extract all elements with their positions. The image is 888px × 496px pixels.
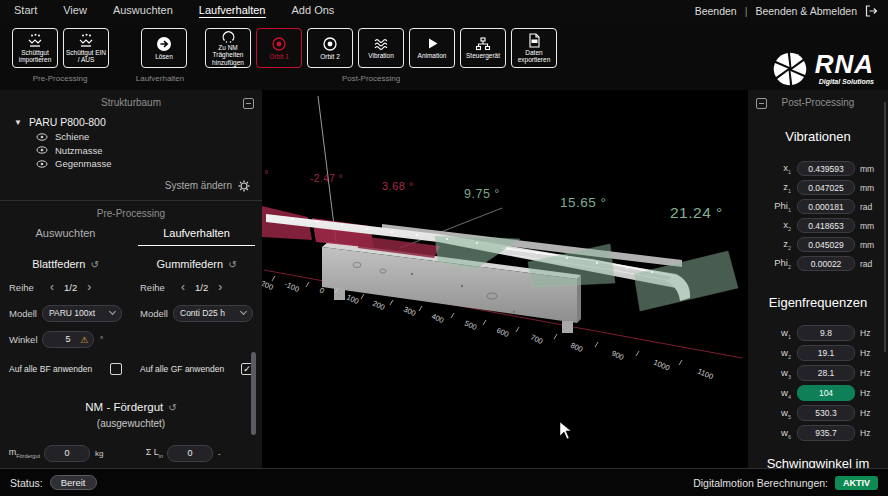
tree-expander-icon[interactable]: ▼ [14, 118, 22, 127]
release-arrow-icon [156, 36, 172, 52]
vibration-row: Phi1 0.000181 rad [748, 199, 888, 214]
beenden-link[interactable]: Beenden [695, 5, 737, 17]
eigenfrequenzen-rows: w1 9.8 Hz w2 19.1 Hz w3 28.1 Hz w4 104 H… [748, 325, 888, 441]
orbit-2-button[interactable]: Orbit 2 [307, 28, 353, 68]
strukturbaum-title: Strukturbaum [0, 90, 262, 108]
status-bar: Status: Bereit Digitalmotion Berechnunge… [0, 468, 888, 496]
axis-label: 900 [610, 349, 625, 362]
collapse-left-panel-icon[interactable] [243, 98, 254, 109]
system-aendern-button[interactable]: System ändern [0, 180, 262, 192]
eye-icon[interactable] [36, 133, 48, 141]
blattfedern-title: Blattfedern↺ [9, 258, 122, 270]
collapse-right-panel-icon[interactable] [756, 98, 767, 109]
axis-label: 1100 [696, 367, 714, 382]
rna-aperture-icon [771, 50, 809, 88]
status-label: Status: [10, 477, 43, 489]
phi2-value-field[interactable]: 0.00022 [797, 256, 855, 271]
eigenfrequenzen-heading: Eigenfrequenzen [748, 295, 888, 310]
w6-value-field[interactable]: 935.7 [797, 425, 855, 441]
eye-icon[interactable] [36, 160, 48, 168]
add-inertia-icon [221, 30, 236, 43]
gear-icon[interactable] [238, 180, 250, 192]
schuettgut-importieren-button[interactable]: Schüttgut importieren [12, 28, 58, 68]
axis-label: 700 [529, 333, 544, 346]
menu-item-auswuchten[interactable]: Auswuchten [113, 4, 173, 18]
viewport-3d[interactable]: 8 ° -2.47 ° 3.68 ° 9.75 ° 15.65 ° 21.24 … [262, 90, 748, 468]
tree-item-schiene[interactable]: Schiene [36, 130, 262, 144]
w4-value-field-highlighted[interactable]: 104 [797, 385, 855, 401]
vibration-button[interactable]: Vibration [358, 28, 404, 68]
tree-item-gegenmasse[interactable]: Gegenmasse [36, 157, 262, 171]
gummifedern-modell-select[interactable]: Conti D25 h [173, 305, 253, 322]
panel-divider [0, 200, 262, 201]
vibration-row: x2 0.418653 mm [748, 218, 888, 233]
digitalmotion-label: Digitalmotion Berechnungen: [693, 477, 828, 489]
w3-value-field[interactable]: 28.1 [797, 365, 855, 381]
tree-item-nutzmasse[interactable]: Nutzmasse [36, 144, 262, 158]
orbit-1-button[interactable]: Orbit 1 [256, 28, 302, 68]
menu-item-laufverhalten[interactable]: Laufverhalten [199, 4, 266, 18]
logout-icon[interactable] [865, 5, 878, 17]
gummifedern-column: Gummifedern↺ Reihe ‹ 1/2 › Modell Conti … [131, 258, 262, 375]
axis-label: 300 [402, 305, 417, 318]
loesen-button[interactable]: Lösen [141, 28, 187, 68]
eigenfrequenz-row-selected: w4 104 Hz [748, 385, 888, 401]
group-caption-pre-processing: Pre-Processing [10, 74, 110, 83]
nm-subtitle: (ausgewuchtet) [0, 418, 262, 429]
steuergeraet-button[interactable]: Steuergerät [460, 28, 506, 68]
x2-value-field[interactable]: 0.418653 [797, 218, 855, 233]
mouse-cursor [560, 422, 571, 439]
w1-value-field[interactable]: 9.8 [797, 325, 855, 341]
undo-icon[interactable]: ↺ [228, 259, 236, 270]
eigenfrequenz-row: w5 530.3 Hz [748, 405, 888, 421]
axis-label: 0 [318, 286, 325, 296]
tab-auswuchten[interactable]: Auswuchten [7, 227, 124, 246]
reihe-prev-button[interactable]: ‹ [181, 281, 185, 293]
menu-item-start[interactable]: Start [14, 4, 37, 18]
zu-nm-traegheiten-button[interactable]: Zu NM Trägheiten hinzufügen [205, 28, 251, 68]
m-foerdergut-input[interactable]: 0 [44, 445, 90, 462]
daten-exportieren-button[interactable]: Daten exportieren [511, 28, 557, 68]
axis-label: -100 [283, 280, 300, 294]
axis-label: 400 [430, 312, 445, 325]
z2-value-field[interactable]: 0.045029 [797, 237, 855, 252]
reihe-prev-button[interactable]: ‹ [50, 281, 54, 293]
sum-l-input[interactable]: 0 [167, 445, 213, 462]
w5-value-field[interactable]: 530.3 [797, 405, 855, 421]
orbit2-icon [322, 36, 338, 52]
menu-item-view[interactable]: View [63, 4, 87, 18]
phi1-value-field[interactable]: 0.000181 [797, 199, 855, 214]
winkel-input[interactable]: 5 ⚠ [42, 331, 94, 348]
tab-laufverhalten[interactable]: Laufverhalten [138, 227, 255, 246]
vibrationen-rows: x1 0.439593 mm z1 0.047025 mm Phi1 0.000… [748, 161, 888, 271]
pre-processing-title: Pre-Processing [0, 208, 262, 219]
vibration-icon [373, 37, 390, 51]
tree-root-paru[interactable]: ▼ PARU P800-800 [14, 114, 262, 130]
undo-icon[interactable]: ↺ [168, 402, 176, 413]
reihe-next-button[interactable]: › [218, 281, 222, 293]
undo-icon[interactable]: ↺ [90, 259, 98, 270]
axis-label: 200 [371, 299, 386, 312]
reihe-next-button[interactable]: › [87, 281, 91, 293]
right-panel-scrollbar[interactable] [884, 102, 886, 352]
z1-value-field[interactable]: 0.047025 [797, 180, 855, 195]
reihe-value: 1/2 [195, 282, 208, 293]
axis-label: 500 [463, 319, 478, 332]
animation-button[interactable]: Animation [409, 28, 455, 68]
x1-value-field[interactable]: 0.439593 [797, 161, 855, 176]
blattfedern-modell-select[interactable]: PARU 100xt [42, 305, 122, 322]
w2-value-field[interactable]: 19.1 [797, 345, 855, 361]
eye-icon[interactable] [36, 146, 48, 154]
menu-item-addons[interactable]: Add Ons [292, 4, 335, 18]
pre-processing-tabs: Auswuchten Laufverhalten [0, 227, 262, 246]
chevron-down-icon [109, 308, 116, 315]
schuettgut-import-icon [27, 33, 43, 48]
apply-all-bf-checkbox[interactable] [110, 363, 122, 375]
beenden-abmelden-link[interactable]: Beenden & Abmelden [755, 5, 857, 17]
nm-title: NM - Fördergut↺ [0, 401, 262, 413]
structure-tree: ▼ PARU P800-800 Schiene Nutzmasse Gegenm… [14, 114, 262, 171]
schuettgut-ein-aus-button[interactable]: Schüttgut EIN / AUS [63, 28, 109, 68]
status-badge: Bereit [50, 475, 97, 490]
scene-3d-canvas[interactable]: 8 ° -2.47 ° 3.68 ° 9.75 ° 15.65 ° 21.24 … [262, 90, 748, 468]
left-panel-scrollbar[interactable] [251, 352, 256, 435]
